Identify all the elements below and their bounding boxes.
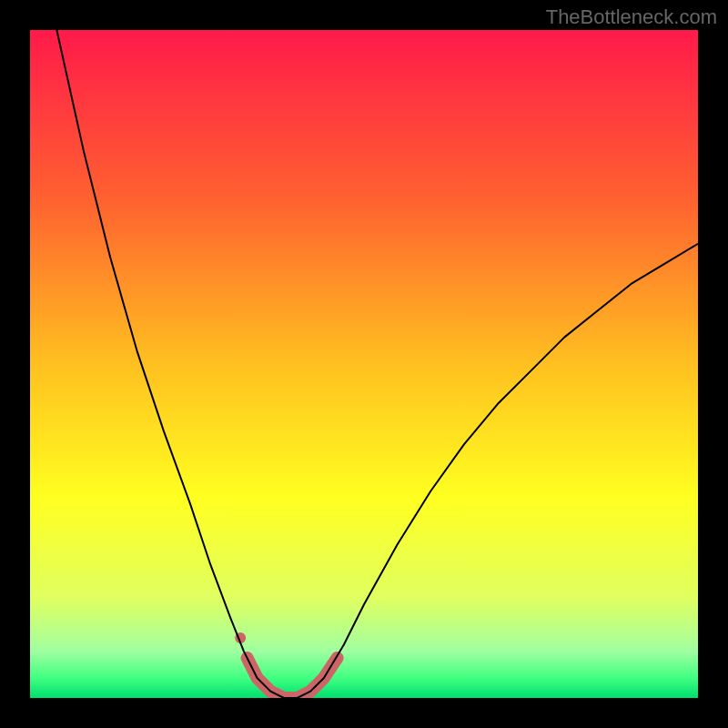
- chart-svg: [30, 30, 698, 698]
- gradient-background: [30, 30, 698, 698]
- plot-frame: [30, 30, 698, 698]
- plot-area: [30, 30, 698, 698]
- watermark-text: TheBottleneck.com: [546, 5, 717, 29]
